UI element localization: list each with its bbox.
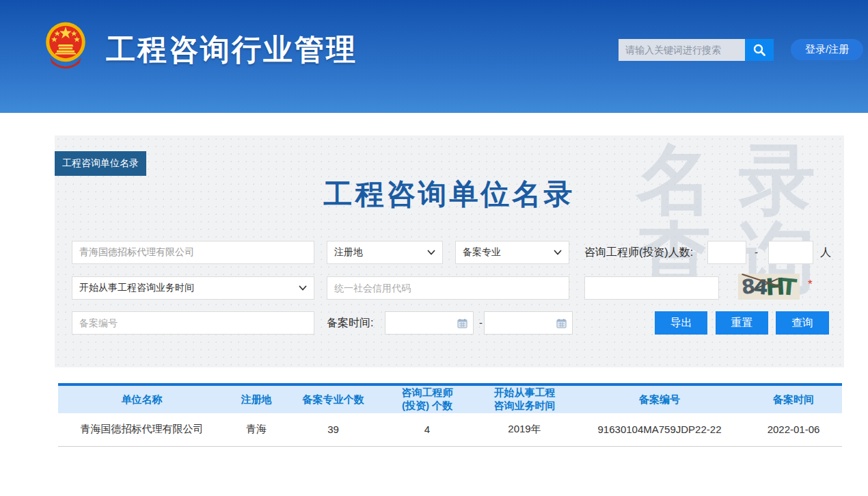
login-register-button[interactable]: 登录/注册 (791, 39, 863, 60)
site-title: 工程咨询行业管理 (106, 30, 357, 70)
cell-unit-name: 青海国德招标代理有限公司 (58, 413, 226, 446)
col-header-registration-place: 注册地 (226, 384, 287, 413)
col-header-engineer-count: 咨询工程师 (投资) 个数 (379, 384, 475, 413)
tab-unit-directory[interactable]: 工程咨询单位名录 (55, 151, 146, 176)
national-emblem-icon (41, 18, 90, 70)
record-specialty-select[interactable]: 备案专业 (455, 241, 569, 264)
calendar-icon (556, 318, 567, 328)
page-title: 工程咨询单位名录 (55, 175, 844, 213)
cell-start-time: 2019年 (475, 413, 574, 446)
export-button[interactable]: 导出 (655, 311, 707, 335)
search-button[interactable] (745, 39, 774, 61)
record-time-end-date-field[interactable] (484, 311, 573, 335)
credit-code-input[interactable] (327, 276, 569, 300)
col-header-start-time: 开始从事工程 咨询业务时间 (475, 384, 574, 413)
range-separator: - (755, 241, 758, 264)
col-header-unit-name: 单位名称 (58, 384, 226, 413)
col-header-record-number: 备案编号 (574, 384, 745, 413)
cell-record-time: 2022-01-06 (745, 413, 842, 446)
page: 工程咨询行业管理 登录/注册 名录 查询 工程咨询单位名录 工程咨询单位名录 注… (0, 0, 868, 496)
directory-panel: 名录 查询 工程咨询单位名录 工程咨询单位名录 注册地 备案专业 咨询工程师(投… (55, 135, 844, 367)
required-asterisk: * (808, 278, 813, 291)
record-specialty-value: 备案专业 (463, 246, 501, 259)
registration-place-value: 注册地 (334, 246, 363, 259)
chevron-down-icon (427, 250, 435, 255)
header-search (619, 39, 774, 61)
cell-specialty-count: 39 (287, 413, 379, 446)
table-row: 青海国德招标代理有限公司 青海 39 4 2019年 91630104MA759… (58, 413, 842, 446)
site-header: 工程咨询行业管理 登录/注册 (0, 0, 868, 113)
record-number-input[interactable] (72, 311, 314, 335)
search-icon (752, 43, 766, 57)
cell-record-number: 91630104MA759JDP22-22 (574, 413, 745, 446)
engineer-count-min-input[interactable] (707, 241, 746, 264)
date-range-separator: - (479, 311, 483, 335)
engineer-count-unit: 人 (820, 241, 831, 264)
calendar-icon (457, 318, 467, 328)
reset-button[interactable]: 重置 (716, 311, 768, 335)
registration-place-select[interactable]: 注册地 (327, 241, 443, 264)
search-input[interactable] (619, 39, 745, 61)
start-business-time-select[interactable]: 开始从事工程咨询业务时间 (72, 276, 314, 300)
captcha-image[interactable]: 84HT (738, 274, 800, 300)
record-time-start-date-field[interactable] (385, 311, 474, 335)
chevron-down-icon (299, 285, 307, 291)
captcha-input[interactable] (584, 276, 719, 300)
results-table: 单位名称 注册地 备案专业个数 咨询工程师 (投资) 个数 开始从事工程 咨询业… (58, 383, 842, 447)
engineer-count-label: 咨询工程师(投资)人数: (584, 241, 693, 264)
engineer-count-max-input[interactable] (768, 241, 813, 264)
table-header-row: 单位名称 注册地 备案专业个数 咨询工程师 (投资) 个数 开始从事工程 咨询业… (58, 384, 842, 413)
record-time-label: 备案时间: (327, 311, 373, 335)
cell-engineer-count: 4 (379, 413, 475, 446)
cell-registration-place: 青海 (226, 413, 287, 446)
col-header-record-time: 备案时间 (745, 384, 842, 413)
start-business-time-value: 开始从事工程咨询业务时间 (79, 282, 194, 294)
chevron-down-icon (554, 250, 562, 255)
company-name-input[interactable] (72, 241, 314, 264)
query-button[interactable]: 查询 (776, 311, 829, 335)
col-header-specialty-count: 备案专业个数 (287, 384, 379, 413)
